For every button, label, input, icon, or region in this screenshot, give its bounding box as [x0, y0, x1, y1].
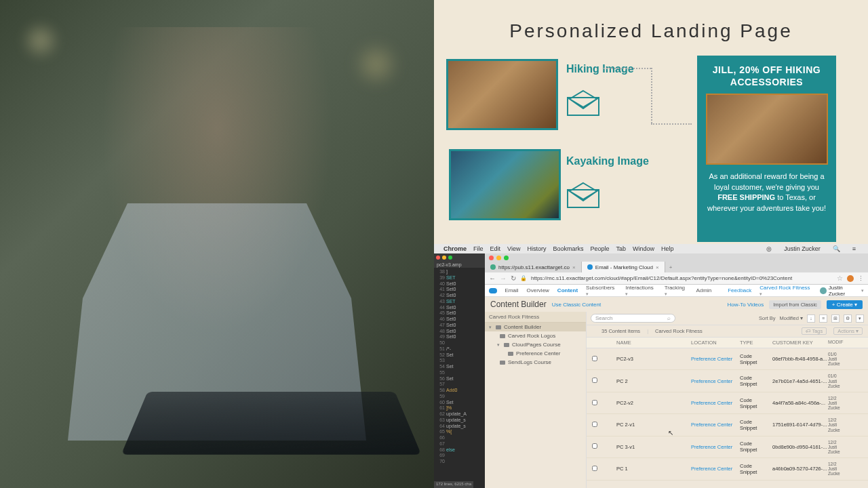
- nav-product[interactable]: Email: [505, 287, 519, 293]
- search-icon: ⌕: [667, 315, 671, 321]
- table-row[interactable]: PC 2 Preference Center CodeSnippet 2e7b0…: [587, 370, 868, 392]
- nav-item[interactable]: Subscribers: [586, 285, 617, 297]
- table-row[interactable]: PC 3-v1 Preference Center CodeSnippet 0b…: [587, 436, 868, 458]
- tree-header[interactable]: Carved Rock Fitness: [485, 312, 586, 323]
- sort-dropdown[interactable]: Modified ▾: [780, 315, 803, 321]
- nav-item[interactable]: Content: [557, 287, 578, 293]
- menubar-item[interactable]: People: [590, 245, 609, 252]
- row-type: CodeSnippet: [740, 463, 772, 475]
- menubar-control-icon[interactable]: ◎: [766, 245, 772, 252]
- search-icon[interactable]: 🔍: [833, 245, 840, 252]
- forward-button[interactable]: →: [500, 274, 507, 282]
- browser-tab[interactable]: Email - Marketing Cloud×: [582, 262, 665, 272]
- favicon-icon: [587, 264, 593, 270]
- menubar-item[interactable]: View: [507, 245, 520, 252]
- menubar-app[interactable]: Chrome: [443, 245, 467, 252]
- hiking-image: [446, 59, 558, 130]
- tree-item[interactable]: Preference Center: [485, 349, 586, 358]
- row-checkbox[interactable]: [592, 422, 597, 427]
- menubar-user[interactable]: Justin Zucker: [784, 245, 821, 252]
- view-grid-button[interactable]: ⊞: [831, 314, 840, 323]
- breadcrumb[interactable]: Carved Rock Fitness: [655, 328, 703, 334]
- menu-icon[interactable]: ⋮: [858, 275, 864, 282]
- row-location[interactable]: Preference Center: [691, 400, 740, 406]
- search-input[interactable]: Search⌕: [591, 314, 675, 323]
- browser-tab[interactable]: https://pub.s11.exacttarget.co×: [485, 262, 582, 272]
- classic-link[interactable]: Use Classic Content: [552, 302, 601, 308]
- feedback-link[interactable]: Feedback: [728, 287, 751, 293]
- actions-button[interactable]: Actions ▾: [833, 327, 863, 335]
- table-row[interactable]: PC 2-v1 Preference Center CodeSnippet 17…: [587, 414, 868, 436]
- row-type: CodeSnippet: [740, 419, 772, 431]
- close-icon[interactable]: [489, 256, 494, 260]
- row-name: PC 2: [616, 378, 691, 384]
- bookmark-icon[interactable]: ☆: [837, 274, 843, 282]
- close-icon[interactable]: [436, 256, 440, 260]
- user-menu[interactable]: Justin Zucker ▾: [820, 285, 864, 297]
- zoom-icon[interactable]: [448, 256, 452, 260]
- minimize-icon[interactable]: [496, 256, 501, 260]
- mac-menubar[interactable]: Chrome File Edit View History Bookmarks …: [434, 244, 868, 253]
- row-location[interactable]: Preference Center: [691, 444, 740, 450]
- row-name: PC 3-v1: [616, 444, 691, 450]
- table-row[interactable]: PC2-v3 Preference Center CodeSnippet 06e…: [587, 348, 868, 370]
- nav-item[interactable]: Tracking: [665, 285, 688, 297]
- menubar-menu-icon[interactable]: ≡: [852, 245, 856, 252]
- menubar-item[interactable]: Edit: [490, 245, 501, 252]
- desktop-screenshot: Chrome File Edit View History Bookmarks …: [434, 244, 868, 488]
- dotted-connector: [651, 68, 652, 123]
- nav-item[interactable]: Overview: [527, 287, 549, 293]
- settings-button[interactable]: ⚙: [844, 314, 852, 323]
- zoom-icon[interactable]: [504, 256, 509, 260]
- org-switcher[interactable]: Carved Rock Fitness: [760, 285, 812, 297]
- row-key: 4a4f7a58-a84c-456a-...: [772, 400, 828, 406]
- cursor-icon: ↖: [668, 429, 673, 436]
- tree-item[interactable]: Content Builder: [485, 323, 586, 331]
- menubar-item[interactable]: Bookmarks: [553, 245, 583, 252]
- menubar-item[interactable]: Help: [661, 245, 674, 252]
- tree-item[interactable]: Carved Rock Logos: [485, 331, 586, 340]
- row-checkbox[interactable]: [592, 400, 597, 405]
- filter-button[interactable]: ▾: [856, 314, 864, 323]
- editor-tab[interactable]: pc2-v3.amp: [434, 262, 485, 268]
- hero-photo: [0, 0, 434, 488]
- row-checkbox[interactable]: [592, 378, 597, 383]
- row-checkbox[interactable]: [592, 466, 597, 471]
- create-button[interactable]: + Create ▾: [827, 300, 863, 309]
- row-location[interactable]: Preference Center: [691, 378, 740, 384]
- row-location[interactable]: Preference Center: [691, 466, 740, 472]
- close-icon[interactable]: ×: [572, 264, 576, 270]
- menubar-item[interactable]: Window: [633, 245, 654, 252]
- menubar-item[interactable]: File: [473, 245, 484, 252]
- dotted-connector: [651, 123, 692, 125]
- nav-item[interactable]: Interactions: [625, 285, 656, 297]
- menubar-item[interactable]: History: [527, 245, 546, 252]
- profile-avatar[interactable]: [847, 275, 854, 282]
- sort-dir-button[interactable]: ↓: [807, 314, 815, 323]
- row-modified: 01/0JustiZucke: [828, 373, 863, 388]
- kayaking-image: [449, 149, 561, 220]
- nav-item[interactable]: Admin: [696, 287, 712, 293]
- howto-link[interactable]: How-To Videos: [728, 302, 764, 308]
- code-body[interactable]: 38]39SET40Set041Set042Set043SET44Set045S…: [434, 268, 485, 466]
- tree-item[interactable]: SendLogs Course: [485, 358, 586, 367]
- reload-button[interactable]: ↻: [511, 274, 516, 282]
- minimize-icon[interactable]: [442, 256, 446, 260]
- row-location[interactable]: Preference Center: [691, 356, 740, 362]
- menubar-item[interactable]: Tab: [616, 245, 626, 252]
- tags-button[interactable]: 🏷 Tags: [802, 327, 827, 335]
- close-icon[interactable]: ×: [656, 264, 659, 270]
- table-row[interactable]: PC2-v2 Preference Center CodeSnippet 4a4…: [587, 392, 868, 414]
- new-tab-button[interactable]: +: [665, 264, 677, 270]
- view-list-button[interactable]: ≡: [819, 314, 827, 323]
- url-field[interactable]: https://mc.s11.exacttarget.com/cloud/#ap…: [531, 275, 833, 281]
- tree-item[interactable]: CloudPages Course: [485, 340, 586, 349]
- row-checkbox[interactable]: [592, 356, 597, 361]
- table-row[interactable]: PC 1 Preference Center CodeSnippet a46b0…: [587, 458, 868, 480]
- row-location[interactable]: Preference Center: [691, 422, 740, 428]
- row-name: PC2-v3: [616, 356, 691, 362]
- import-button[interactable]: Import from Classic: [769, 300, 821, 309]
- sort-label: Sort By: [759, 315, 776, 321]
- row-checkbox[interactable]: [592, 443, 597, 449]
- back-button[interactable]: ←: [489, 274, 496, 282]
